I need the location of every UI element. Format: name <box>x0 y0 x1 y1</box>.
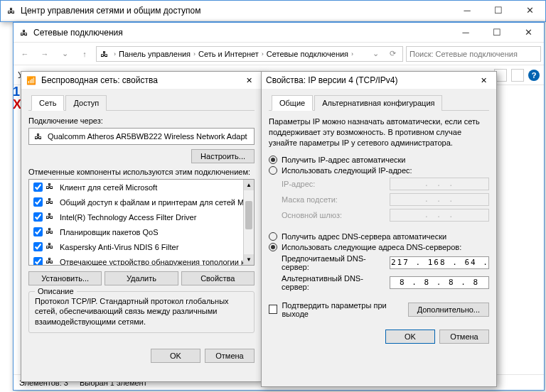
forward-button[interactable]: → <box>36 45 53 62</box>
radio-dns-auto[interactable]: Получить адрес DNS-сервера автоматически <box>269 232 489 241</box>
close-button[interactable]: ✕ <box>514 1 545 21</box>
radio-dot-icon <box>269 243 277 251</box>
view-details-button[interactable] <box>511 69 524 82</box>
close-button[interactable]: ✕ <box>513 23 544 43</box>
component-checkbox[interactable] <box>33 212 43 222</box>
component-checkbox[interactable] <box>33 227 43 236</box>
crumb[interactable]: Сеть и Интернет <box>196 50 262 58</box>
remove-button[interactable]: Удалить <box>105 271 178 285</box>
list-item[interactable]: 🖧Kaspersky Anti-Virus NDIS 6 Filter <box>29 239 254 254</box>
maximize-button[interactable]: ☐ <box>483 1 514 21</box>
list-item[interactable]: 🖧Клиент для сетей Microsoft <box>29 180 254 195</box>
ok-button[interactable]: OK <box>151 349 200 363</box>
validate-checkbox[interactable]: Подтвердить параметры при выходе <box>269 301 408 318</box>
network-icon: 🖧 <box>18 27 29 38</box>
component-checkbox[interactable] <box>33 197 43 207</box>
radio-ip-auto[interactable]: Получить IP-адрес автоматически <box>269 156 489 164</box>
radio-dns-manual[interactable]: Использовать следующие адреса DNS-сервер… <box>269 243 489 251</box>
crumb[interactable]: Панель управления <box>116 50 193 58</box>
component-label: Общий доступ к файлам и принтерам для се… <box>60 198 246 207</box>
cancel-button[interactable]: Отмена <box>439 330 489 344</box>
description-text: Протокол TCP/IP. Стандартный протокол гл… <box>35 296 248 327</box>
component-icon: 🖧 <box>46 227 57 238</box>
list-item[interactable]: 🖧Планировщик пакетов QoS <box>29 224 254 239</box>
scroll-down-button[interactable]: ▼ <box>244 254 254 265</box>
alternate-dns-label: Альтернативный DNS-сервер: <box>282 274 390 291</box>
list-item[interactable]: 🖧Общий доступ к файлам и принтерам для с… <box>29 195 254 209</box>
subnet-mask-field: . . . <box>390 193 489 206</box>
dialog-titlebar: 📶 Беспроводная сеть: свойства ✕ <box>21 72 262 89</box>
radio-label: Использовать следующие адреса DNS-сервер… <box>282 243 461 251</box>
scroll-thumb[interactable] <box>245 201 252 229</box>
dropdown-arrow-icon[interactable]: ⌄ <box>367 45 384 62</box>
radio-dot-icon <box>269 232 277 241</box>
refresh-button[interactable]: ⟳ <box>384 45 401 62</box>
ok-button[interactable]: OK <box>385 330 435 344</box>
dialog-title: Беспроводная сеть: свойства <box>41 75 236 85</box>
window-title: Сетевые подключения <box>33 28 450 38</box>
scrollbar[interactable]: ▲ ▼ <box>243 180 254 265</box>
history-dropdown[interactable]: ⌄ <box>56 45 73 62</box>
component-icon: 🖧 <box>46 241 57 253</box>
intro-text: Параметры IP можно назначать автоматичес… <box>269 116 489 148</box>
titlebar: 🖧 Центр управления сетями и общим доступ… <box>1 1 545 21</box>
dialog-title: Свойства: IP версии 4 (TCP/IPv4) <box>266 75 471 85</box>
close-button[interactable]: ✕ <box>471 72 496 89</box>
components-list[interactable]: 🖧Клиент для сетей Microsoft🖧Общий доступ… <box>28 179 255 266</box>
list-item[interactable]: 🖧Отвечающее устройство обнаружения топол… <box>29 254 254 266</box>
preferred-dns-field[interactable] <box>390 256 489 269</box>
component-label: Отвечающее устройство обнаружения тополо… <box>60 258 245 266</box>
chevron-right-icon: › <box>351 50 353 58</box>
titlebar: 🖧 Сетевые подключения ─ ☐ ✕ <box>14 23 544 43</box>
configure-button[interactable]: Настроить... <box>191 149 255 163</box>
component-label: Планировщик пакетов QoS <box>60 228 159 236</box>
component-icon: 🖧 <box>46 197 57 208</box>
tab-row: Общие Альтернативная конфигурация <box>269 94 489 111</box>
radio-dot-icon <box>269 156 277 164</box>
close-button[interactable]: ✕ <box>236 72 262 89</box>
tab-general[interactable]: Общие <box>272 95 313 111</box>
component-checkbox[interactable] <box>33 183 43 192</box>
adapter-field: 🖧 Qualcomm Atheros AR5BWB222 Wireless Ne… <box>28 128 255 145</box>
properties-button[interactable]: Свойства <box>181 271 255 285</box>
advanced-button[interactable]: Дополнительно... <box>408 303 489 317</box>
window-title: Центр управления сетями и общим доступом <box>21 6 451 16</box>
description-label: Описание <box>35 287 77 295</box>
description-group: Описание Протокол TCP/IP. Стандартный пр… <box>28 291 255 333</box>
install-button[interactable]: Установить... <box>28 271 102 285</box>
subnet-mask-label: Маска подсети: <box>282 195 390 204</box>
search-input[interactable] <box>406 46 541 62</box>
scroll-up-button[interactable]: ▲ <box>244 180 254 190</box>
minimize-button[interactable]: ─ <box>450 23 481 43</box>
minimize-button[interactable]: ─ <box>451 1 483 21</box>
network-center-window: 🖧 Центр управления сетями и общим доступ… <box>0 0 546 22</box>
list-item[interactable]: 🖧Intel(R) Technology Access Filter Drive… <box>29 209 254 224</box>
component-label: Клиент для сетей Microsoft <box>60 183 157 192</box>
gateway-label: Основной шлюз: <box>282 211 390 219</box>
tab-alt-config[interactable]: Альтернативная конфигурация <box>314 95 442 111</box>
crumb[interactable]: Сетевые подключения <box>264 50 351 58</box>
cancel-button[interactable]: Отмена <box>205 349 255 363</box>
breadcrumb-bar[interactable]: 🖧 › Панель управления › Сеть и Интернет … <box>96 46 403 62</box>
adapter-icon: 🖧 <box>32 131 43 142</box>
component-label: Intel(R) Technology Access Filter Driver <box>60 213 196 222</box>
tab-access[interactable]: Доступ <box>65 95 107 111</box>
address-toolbar: ← → ⌄ ↑ 🖧 › Панель управления › Сеть и И… <box>14 43 544 65</box>
component-icon: 🖧 <box>46 182 57 193</box>
network-icon: 🖧 <box>5 5 16 16</box>
component-checkbox[interactable] <box>33 257 43 266</box>
component-checkbox[interactable] <box>33 242 43 251</box>
maximize-button[interactable]: ☐ <box>481 23 513 43</box>
help-button[interactable]: ? <box>528 70 540 81</box>
preferred-dns-label: Предпочитаемый DNS-сервер: <box>282 254 390 271</box>
radio-ip-manual[interactable]: Использовать следующий IP-адрес: <box>269 166 489 175</box>
back-button[interactable]: ← <box>16 45 33 62</box>
tab-network[interactable]: Сеть <box>31 95 64 111</box>
adapter-properties-dialog: 📶 Беспроводная сеть: свойства ✕ Сеть Дос… <box>21 71 262 382</box>
up-button[interactable]: ↑ <box>76 45 93 62</box>
component-icon: 🖧 <box>46 256 57 266</box>
alternate-dns-field[interactable] <box>390 276 489 289</box>
radio-label: Использовать следующий IP-адрес: <box>282 166 412 175</box>
component-icon: 🖧 <box>46 212 57 223</box>
component-label: Kaspersky Anti-Virus NDIS 6 Filter <box>60 243 178 251</box>
